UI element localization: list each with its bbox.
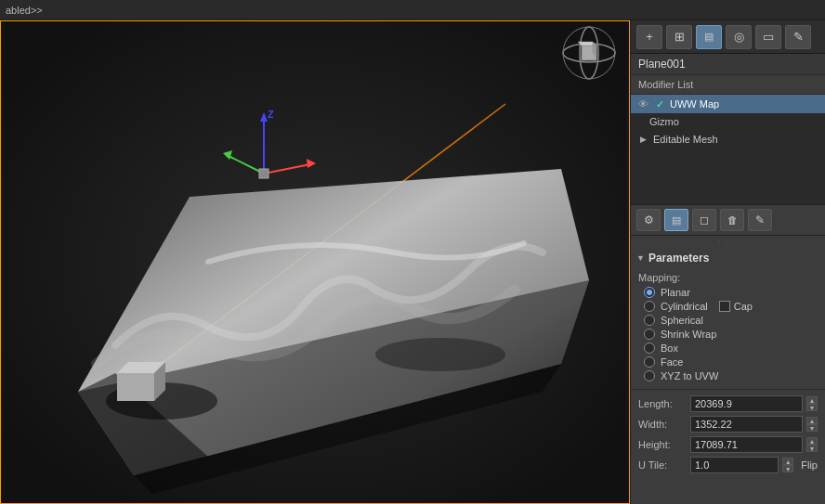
radio-box[interactable]: Box: [644, 342, 818, 354]
parameters-section: ▼ Parameters Mapping: Planar Cylindrical: [631, 248, 825, 504]
radio-spherical-circle[interactable]: [644, 315, 655, 326]
circle-button[interactable]: ◎: [726, 25, 752, 49]
flip-label: Flip: [801, 459, 818, 471]
utile-down[interactable]: ▼: [782, 465, 793, 472]
svg-text:Z: Z: [268, 109, 274, 120]
add-modifier-button[interactable]: +: [636, 25, 662, 49]
radio-box-circle[interactable]: [644, 342, 655, 354]
radio-shrinkwrap-circle[interactable]: [644, 329, 655, 340]
utile-row: U Tile: 1.0 ▲ ▼ Flip: [631, 455, 825, 475]
length-input[interactable]: 20369.9: [690, 395, 803, 412]
modifier-gizmo[interactable]: Gizmo: [631, 113, 825, 130]
modifier-list-label: Modifier List: [631, 75, 825, 95]
modifier-list-button[interactable]: ⊞: [666, 25, 692, 49]
top-bar: abled>>: [0, 0, 825, 20]
right-panel: + ⊞ ▤ ◎ ▭ ✎ Plane001 Modifier List: [630, 20, 825, 504]
panel-toolbar: + ⊞ ▤ ◎ ▭ ✎: [631, 20, 825, 54]
collapse-icon: ▼: [636, 253, 645, 263]
height-row: Height: 17089.71 ▲ ▼: [631, 434, 825, 455]
utile-input[interactable]: 1.0: [690, 457, 779, 473]
viewport-scene: Z: [0, 20, 630, 504]
utile-value: 1.0: [695, 459, 709, 471]
delete-panel-btn[interactable]: 🗑: [720, 209, 744, 231]
height-down[interactable]: ▼: [806, 445, 818, 452]
radio-xyztouVW-label: XYZ to UVW: [661, 370, 718, 381]
radio-box-label: Box: [661, 342, 678, 354]
cap-checkbox-group: Cap: [719, 301, 753, 312]
panel-buttons: ⚙ ▤ ◻ 🗑 ✎: [631, 204, 825, 236]
width-up[interactable]: ▲: [806, 417, 818, 424]
modifier-stack: 👁 ✓ UWW Map Gizmo ▶ Editable Mesh: [631, 95, 825, 204]
utile-label: U Tile:: [638, 459, 687, 471]
settings-icon: ⚙: [644, 213, 654, 226]
utile-up[interactable]: ▲: [782, 458, 793, 465]
height-value: 17089.71: [695, 439, 738, 450]
list2-icon: ▤: [672, 214, 681, 226]
rect-button[interactable]: ▭: [755, 25, 781, 49]
viewport[interactable]: Z: [0, 20, 630, 504]
height-label: Height:: [638, 439, 687, 450]
cap-checkbox[interactable]: [719, 301, 730, 312]
delete-icon: 🗑: [727, 214, 738, 226]
parameters-header[interactable]: ▼ Parameters: [631, 248, 825, 268]
utile-spinner[interactable]: ▲ ▼: [782, 458, 793, 472]
width-label: Width:: [638, 419, 687, 430]
radio-planar[interactable]: Planar: [644, 287, 818, 298]
radio-spherical[interactable]: Spherical: [644, 315, 818, 326]
radio-cylindrical-circle[interactable]: [644, 301, 655, 312]
mapping-group: Mapping: Planar Cylindrical Cap: [631, 268, 825, 385]
radio-shrinkwrap[interactable]: Shrink Wrap: [644, 329, 818, 340]
width-input[interactable]: 1352.22: [690, 416, 803, 433]
width-row: Width: 1352.22 ▲ ▼: [631, 414, 825, 434]
radio-cylindrical-label: Cylindrical: [661, 301, 708, 312]
mapping-radio-group: Planar Cylindrical Cap Sphe: [638, 287, 818, 381]
length-value: 20369.9: [695, 398, 732, 409]
radio-face[interactable]: Face: [644, 356, 818, 368]
height-spinner[interactable]: ▲ ▼: [806, 437, 818, 452]
main-content: Z: [0, 20, 825, 504]
length-spinner[interactable]: ▲ ▼: [806, 396, 818, 411]
length-up[interactable]: ▲: [806, 396, 818, 404]
modifier-uwwmap-label: UWW Map: [670, 98, 719, 110]
section-title: Parameters: [648, 252, 709, 265]
width-down[interactable]: ▼: [806, 424, 818, 432]
eye-icon[interactable]: 👁: [636, 97, 649, 110]
modifier-editable-mesh[interactable]: ▶ Editable Mesh: [631, 130, 825, 149]
radio-face-label: Face: [661, 356, 683, 368]
length-down[interactable]: ▼: [806, 404, 818, 411]
modifier-gizmo-label: Gizmo: [649, 116, 679, 127]
radio-planar-circle[interactable]: [644, 287, 655, 298]
box-panel-btn[interactable]: ◻: [692, 209, 716, 231]
edit-button[interactable]: ✎: [785, 25, 811, 49]
top-bar-text: abled>>: [6, 5, 43, 16]
length-label: Length:: [638, 398, 687, 409]
cap-label: Cap: [734, 301, 753, 312]
circle-icon: ◎: [734, 30, 744, 44]
radio-shrinkwrap-label: Shrink Wrap: [661, 329, 716, 340]
radio-xyztouVW-circle[interactable]: [644, 370, 655, 381]
properties-button[interactable]: ▤: [696, 25, 722, 49]
edit2-icon: ✎: [755, 213, 765, 226]
height-up[interactable]: ▲: [806, 437, 818, 445]
width-spinner[interactable]: ▲ ▼: [806, 417, 818, 432]
settings-panel-btn[interactable]: ⚙: [636, 209, 661, 231]
object-name[interactable]: Plane001: [631, 54, 825, 75]
radio-face-circle[interactable]: [644, 356, 655, 368]
drag-handle: · · ·: [631, 236, 825, 248]
check-icon[interactable]: ✓: [653, 97, 666, 110]
mapping-label: Mapping:: [638, 272, 818, 283]
list-panel-btn[interactable]: ▤: [664, 209, 688, 231]
svg-point-3: [375, 338, 505, 371]
edit-icon: ✎: [793, 30, 804, 44]
edit2-panel-btn[interactable]: ✎: [748, 209, 772, 231]
divider: [631, 389, 825, 390]
modifier-empty-area: [631, 149, 825, 204]
radio-cylindrical[interactable]: Cylindrical Cap: [644, 301, 818, 312]
height-input[interactable]: 17089.71: [690, 436, 803, 453]
box-icon: ◻: [700, 213, 709, 226]
radio-xyztouVW[interactable]: XYZ to UVW: [644, 370, 818, 381]
modifier-uwwmap[interactable]: 👁 ✓ UWW Map: [631, 95, 825, 113]
radio-spherical-label: Spherical: [661, 315, 703, 326]
modifier-editable-mesh-label: Editable Mesh: [653, 134, 718, 145]
expand-icon[interactable]: ▶: [636, 133, 649, 146]
